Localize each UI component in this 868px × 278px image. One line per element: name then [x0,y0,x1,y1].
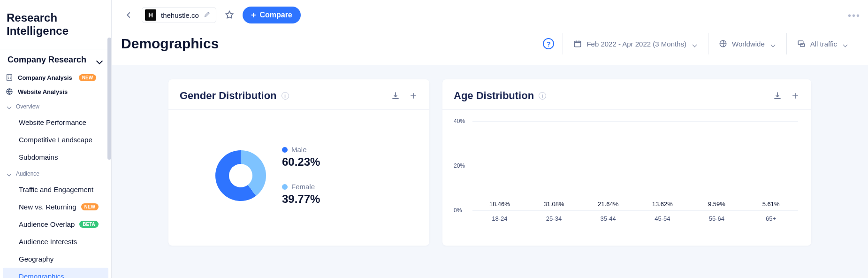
compare-button[interactable]: + Compare [243,7,301,23]
download-icon[interactable] [391,91,400,100]
gridline [472,166,798,166]
site-favicon: H [145,9,156,21]
x-tick: 45-54 [646,215,679,222]
x-tick: 18-24 [483,215,516,222]
topbar: H thehustle.co + Compare ••• [112,0,868,30]
gridline [472,121,798,122]
building-icon [6,74,13,81]
date-range-label: Feb 2022 - Apr 2022 (3 Months) [586,40,686,48]
chevron-down-icon [844,41,848,46]
sidebar-section-company-research[interactable]: Company Research [0,49,111,70]
nav-item-geography[interactable]: Geography [0,250,111,268]
nav-item-label: New vs. Returning [19,203,76,211]
sidebar-item-website-analysis[interactable]: Website Analysis [0,85,111,99]
chevron-down-icon [693,41,698,46]
legend-value: 60.23% [282,155,320,169]
legend-color-male [282,147,288,153]
nav-item-new-vs-returning[interactable]: New vs. ReturningNEW [0,198,111,216]
nav-item-subdomains[interactable]: Subdomains [0,148,111,166]
svg-rect-0 [7,75,12,80]
chevron-down-icon [8,171,12,176]
card-title: Age Distribution [454,90,534,102]
sidebar-group-audience[interactable]: Audience [0,166,111,181]
nav-item-label: Audience Overlap [19,220,75,228]
back-button[interactable] [121,8,136,23]
nav-item-label: Subdomains [19,153,58,161]
date-range-selector[interactable]: Feb 2022 - Apr 2022 (3 Months) [563,33,708,54]
donut-chart [215,150,266,201]
card-header: Age Distribution i [442,79,811,110]
page-title: Demographics [121,36,219,52]
nav-item-demographics[interactable]: Demographics [3,268,108,278]
age-distribution-card: Age Distribution i 18.46%31.08%21.64%13.… [442,79,811,246]
bar-value-label: 9.59% [708,201,725,208]
gender-chart: Male 60.23% Female 39.77% [168,110,429,241]
nav-item-label: Competitive Landscape [19,136,92,144]
site-name: thehustle.co [161,11,199,19]
age-chart: 18.46%31.08%21.64%13.62%9.59%5.61% 0%20%… [442,110,811,244]
legend-color-female [282,184,288,190]
nav-item-audience-overlap[interactable]: Audience OverlapBETA [0,216,111,233]
header-controls: ? Feb 2022 - Apr 2022 (3 Months) Worldwi… [543,33,859,54]
site-selector[interactable]: H thehustle.co [142,7,216,23]
sidebar-group-overview[interactable]: Overview [0,99,111,114]
legend-value: 39.77% [282,193,320,206]
sidebar-item-company-analysis[interactable]: Company Analysis NEW [0,70,111,85]
traffic-selector[interactable]: All traffic [786,33,859,54]
nav-item-competitive-landscape[interactable]: Competitive Landscape [0,131,111,148]
bar-value-label: 5.61% [762,201,780,208]
bar-45-54: 13.62% [646,201,679,210]
nav-item-label: Website Performance [19,118,86,126]
nav-item-traffic-and-engagement[interactable]: Traffic and Engagement [0,181,111,198]
y-tick: 0% [454,207,462,214]
add-icon[interactable] [409,91,418,100]
bar-55-64: 9.59% [700,201,733,210]
nav-item-audience-interests[interactable]: Audience Interests [0,233,111,250]
sidebar-group-label: Overview [16,103,39,110]
sidebar-scrollbar[interactable] [107,38,111,278]
bar-value-label: 13.62% [652,201,673,208]
content: Gender Distribution i [112,65,868,278]
edit-icon[interactable] [204,10,211,20]
nav-item-label: Traffic and Engagement [19,185,93,193]
gender-distribution-card: Gender Distribution i [168,79,429,246]
x-axis-ticks: 18-2425-3435-4445-5455-6465+ [472,215,798,222]
badge: NEW [81,203,99,210]
legend-label: Female [291,183,315,191]
page-header: Demographics ? Feb 2022 - Apr 2022 (3 Mo… [112,30,868,65]
nav-item-website-performance[interactable]: Website Performance [0,114,111,131]
download-icon[interactable] [773,91,782,100]
chevron-down-icon [8,104,12,109]
chevron-down-icon [771,41,776,46]
x-tick: 55-64 [700,215,733,222]
legend-item-male: Male 60.23% [282,146,320,169]
nav-item-label: Audience Interests [19,238,77,246]
info-icon[interactable]: i [539,92,546,100]
x-tick: 35-44 [592,215,624,222]
sidebar-group-label: Audience [16,170,39,177]
brand-title: Research Intelligence [0,0,111,49]
help-icon[interactable]: ? [543,38,554,49]
card-title: Gender Distribution [180,90,277,102]
y-tick: 40% [454,118,465,124]
nav-item-label: Demographics [19,272,64,278]
svg-rect-2 [575,41,581,47]
gridline [472,210,798,211]
favorite-button[interactable] [222,8,237,23]
x-tick: 25-34 [537,215,570,222]
card-header: Gender Distribution i [168,79,429,110]
region-selector[interactable]: Worldwide [708,33,786,54]
globe-icon [6,88,13,95]
more-menu[interactable]: ••• [848,10,860,21]
info-icon[interactable]: i [282,92,289,100]
region-label: Worldwide [732,40,765,48]
scrollbar-thumb[interactable] [107,38,111,160]
sidebar-item-label: Website Analysis [18,88,68,95]
legend-item-female: Female 39.77% [282,183,320,206]
bar-value-label: 31.08% [543,201,564,208]
sidebar-section-label: Company Research [8,55,86,65]
badge: NEW [79,74,96,81]
add-icon[interactable] [791,91,800,100]
bar-25-34: 31.08% [537,201,570,210]
traffic-label: All traffic [810,40,837,48]
